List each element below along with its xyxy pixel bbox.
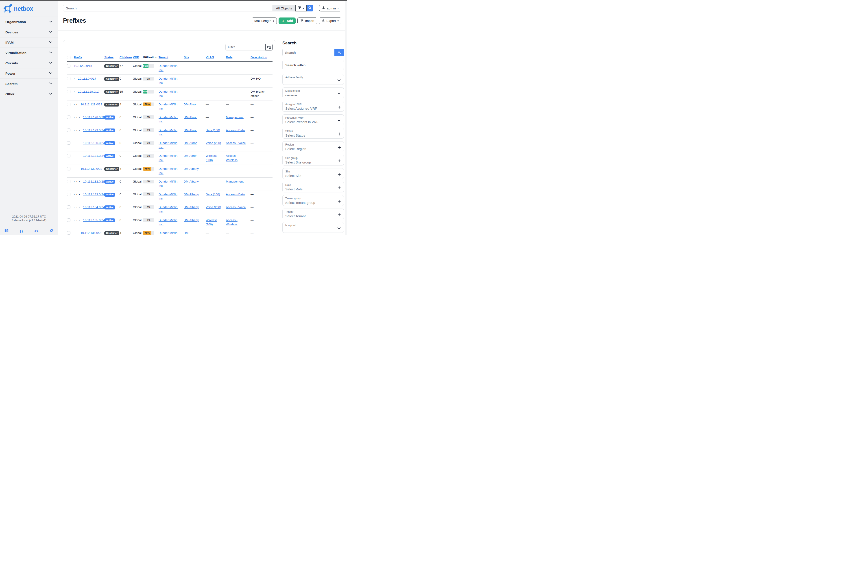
row-checkbox[interactable] [67, 154, 71, 158]
filter-card-assigned-vrf[interactable]: Assigned VRFSelect Assigned VRF [282, 101, 344, 112]
vlan-link[interactable]: Wireless (300) [206, 218, 217, 226]
filter-card-address-family[interactable]: Address family--------- [282, 74, 344, 85]
tenant-link[interactable]: Dunder-Mifflin, Inc. [159, 205, 178, 213]
vlan-link[interactable]: Wireless (300) [206, 154, 217, 162]
prefix-link[interactable]: 10.112.128.0/22 [81, 103, 102, 106]
site-link[interactable]: DM-Akron [184, 128, 197, 132]
prefix-link[interactable]: 10.112.134.0/24 [83, 205, 105, 209]
table-filter-input[interactable] [226, 44, 265, 50]
netbox-logo[interactable]: netbox [0, 1, 58, 16]
row-checkbox[interactable] [67, 167, 71, 171]
filter-card-status[interactable]: StatusSelect Status [282, 128, 344, 139]
column-sort-vrf[interactable]: VRF [133, 56, 139, 59]
site-link[interactable]: DM-Binghamton [184, 231, 200, 235]
site-link[interactable]: DM-Akron [184, 154, 197, 158]
tenant-link[interactable]: Dunder-Mifflin, Inc. [159, 64, 178, 72]
filter-card-is-a-pool[interactable]: Is a pool--------- [282, 222, 344, 233]
filter-card-site-group[interactable]: Site groupSelect Site group [282, 155, 344, 165]
column-sort-status[interactable]: Status [104, 56, 114, 59]
filter-card-tenant[interactable]: TenantSelect Tenant [282, 209, 344, 219]
vlan-link[interactable]: Data (100) [206, 193, 220, 196]
prefix-link[interactable]: 10.112.128.0/28 [83, 115, 105, 119]
sidebar-item-devices[interactable]: Devices [0, 27, 58, 37]
vertical-scrollbar[interactable] [345, 1, 347, 235]
global-search-input[interactable] [63, 5, 273, 12]
row-checkbox[interactable] [67, 193, 71, 196]
row-checkbox[interactable] [67, 218, 71, 222]
row-checkbox[interactable] [67, 103, 71, 106]
role-link[interactable]: Access - Voice [226, 141, 246, 144]
global-search-submit-button[interactable] [307, 5, 313, 12]
column-sort-children[interactable]: Children [120, 56, 132, 59]
sidebar-item-organization[interactable]: Organization [0, 17, 58, 27]
row-checkbox[interactable] [67, 90, 71, 93]
row-checkbox[interactable] [67, 115, 71, 119]
rest-api-braces-icon[interactable]: { } [20, 229, 23, 233]
sidebar-item-virtualization[interactable]: Virtualization [0, 48, 58, 58]
tenant-link[interactable]: Dunder-Mifflin, Inc. [159, 231, 178, 235]
vlan-link[interactable]: Voice (200) [206, 141, 221, 144]
filter-card-role[interactable]: RoleSelect Role [282, 182, 344, 192]
tenant-link[interactable]: Dunder-Mifflin, Inc. [159, 154, 178, 162]
tenant-link[interactable]: Dunder-Mifflin, Inc. [159, 128, 178, 136]
row-checkbox[interactable] [67, 231, 71, 234]
site-link[interactable]: DM-Albany [184, 205, 199, 209]
prefix-link[interactable]: 10.112.135.0/24 [83, 218, 105, 222]
vlan-link[interactable]: Data (100) [206, 128, 220, 132]
column-sort-role[interactable]: Role [226, 56, 232, 59]
site-link[interactable]: DM-Albany [184, 193, 199, 196]
prefix-link[interactable]: 10.112.128.0/17 [78, 90, 100, 93]
prefix-link[interactable]: 10.112.133.0/24 [83, 193, 105, 196]
select-all-checkbox[interactable] [67, 56, 71, 59]
tenant-link[interactable]: Dunder-Mifflin, Inc. [159, 193, 178, 200]
column-sort-site[interactable]: Site [184, 56, 189, 59]
site-link[interactable]: DM-Akron [184, 141, 197, 144]
export-dropdown-button[interactable]: Export ▾ [319, 18, 341, 24]
role-link[interactable]: Access - Wireless [226, 154, 238, 162]
tenant-link[interactable]: Dunder-Mifflin, Inc. [159, 115, 178, 123]
tenant-link[interactable]: Dunder-Mifflin, Inc. [159, 141, 178, 149]
role-link[interactable]: Access - Data [226, 128, 245, 132]
filter-card-region[interactable]: RegionSelect Region [282, 141, 344, 152]
filter-card-site[interactable]: SiteSelect Site [282, 168, 344, 179]
user-menu-button[interactable]: admin ▾ [319, 5, 341, 12]
filter-card-present-in-vrf[interactable]: Present in VRFSelect Present in VRF [282, 114, 344, 125]
import-button[interactable]: Import [297, 18, 317, 24]
sidebar-item-circuits[interactable]: Circuits [0, 58, 58, 68]
prefix-link[interactable]: 10.112.0.0/17 [78, 77, 96, 80]
sidebar-item-power[interactable]: Power [0, 68, 58, 79]
tenant-link[interactable]: Dunder-Mifflin, Inc. [159, 77, 178, 84]
search-filter-dropdown-button[interactable]: ▾ [295, 5, 307, 12]
site-link[interactable]: DM-Albany [184, 180, 199, 183]
add-button[interactable]: ＋ Add [279, 18, 295, 24]
column-sort-tenant[interactable]: Tenant [159, 56, 168, 59]
panel-search-input[interactable] [282, 49, 334, 56]
role-link[interactable]: Access - Data [226, 193, 245, 196]
sidebar-item-ipam[interactable]: IPAM [0, 37, 58, 48]
tenant-link[interactable]: Dunder-Mifflin, Inc. [159, 167, 178, 175]
row-checkbox[interactable] [67, 64, 71, 68]
column-sort-prefix[interactable]: Prefix [74, 56, 82, 59]
prefix-link[interactable]: 10.112.132.0/22 [81, 167, 102, 171]
prefix-link[interactable]: 10.112.136.0/22 [81, 231, 102, 234]
site-link[interactable]: DM-Albany [184, 167, 199, 171]
row-checkbox[interactable] [67, 128, 71, 132]
role-link[interactable]: Access - Voice [226, 205, 246, 209]
tenant-link[interactable]: Dunder-Mifflin, Inc. [159, 90, 178, 97]
row-checkbox[interactable] [67, 141, 71, 144]
docs-book-icon[interactable] [4, 229, 9, 233]
row-checkbox[interactable] [67, 77, 71, 80]
tenant-link[interactable]: Dunder-Mifflin, Inc. [159, 180, 178, 187]
role-link[interactable]: Access - Wireless [226, 218, 238, 226]
filter-card-mask-length[interactable]: Mask length--------- [282, 87, 344, 98]
panel-search-button[interactable] [334, 49, 344, 56]
search-within-control[interactable]: Search within [282, 60, 344, 70]
column-sort-description[interactable]: Description [251, 56, 267, 59]
site-link[interactable]: DM-Akron [184, 115, 197, 119]
tenant-link[interactable]: Dunder-Mifflin, Inc. [159, 103, 178, 111]
tenant-link[interactable]: Dunder-Mifflin, Inc. [159, 218, 178, 226]
sidebar-item-other[interactable]: Other [0, 89, 58, 99]
prefix-link[interactable]: 10.112.129.0/24 [83, 128, 105, 132]
prefix-link[interactable]: 10.112.130.0/24 [83, 141, 105, 144]
max-length-dropdown-button[interactable]: Max Length ▾ [252, 18, 277, 24]
